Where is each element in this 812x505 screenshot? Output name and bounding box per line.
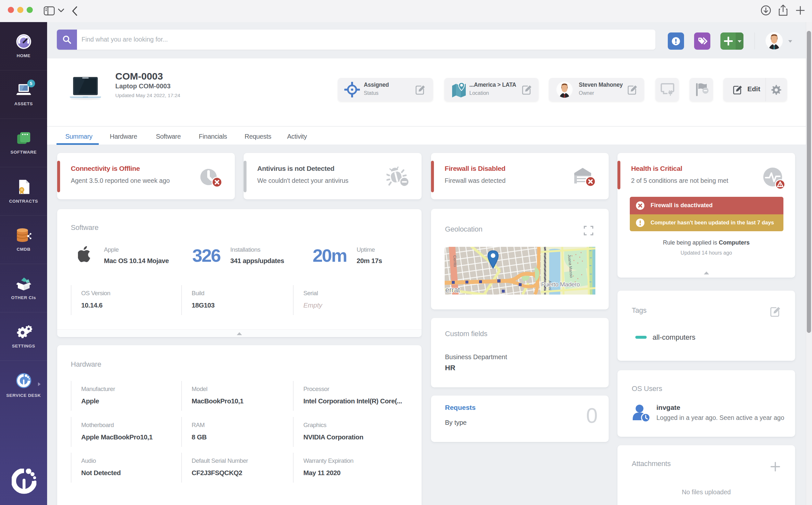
svg-text:errat: errat <box>445 286 460 294</box>
svg-text:Puerto Madero: Puerto Madero <box>541 281 580 288</box>
svg-text:Cerrito: Cerrito <box>453 255 457 267</box>
